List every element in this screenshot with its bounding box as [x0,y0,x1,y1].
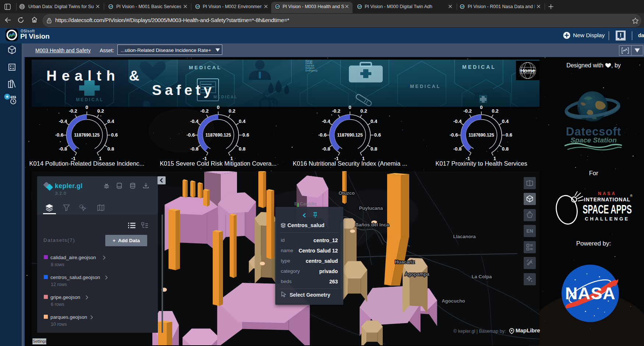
svg-text:1187690.125: 1187690.125 [337,133,363,138]
svg-text:0: 0 [85,105,88,110]
svg-text:0.8: 0.8 [371,146,377,152]
svg-text:1187690.125: 1187690.125 [468,133,494,138]
svg-text:NASA: NASA [598,191,616,196]
svg-text:Puylucana: Puylucana [359,205,383,211]
svg-text:0.6: 0.6 [243,132,249,138]
svg-text:1187690.125: 1187690.125 [74,133,100,138]
svg-text:-0.8: -0.8 [190,146,199,152]
svg-text:-0.4: -0.4 [190,119,199,124]
svg-text:0.2: 0.2 [492,108,498,114]
svg-text:-0.6: -0.6 [187,132,195,138]
svg-text:-0.4: -0.4 [453,119,462,124]
svg-text:-0.6: -0.6 [55,132,64,138]
svg-text:0.8: 0.8 [502,146,509,152]
svg-text:Health &: Health & [46,68,144,84]
svg-text:-0.4: -0.4 [59,119,67,124]
svg-text:NASA: NASA [565,283,615,303]
svg-text:-0.2: -0.2 [463,108,472,114]
svg-text:-0.2: -0.2 [200,108,209,114]
svg-text:0.6: 0.6 [111,132,118,138]
svg-text:0.2: 0.2 [360,108,367,114]
svg-text:0: 0 [348,105,351,110]
svg-text:0.8: 0.8 [239,146,245,152]
svg-text:0.4: 0.4 [371,119,378,124]
svg-text:-0.4: -0.4 [322,119,330,124]
svg-text:0: 0 [480,105,482,110]
svg-text:La Colpa: La Colpa [472,274,492,279]
svg-text:0.4: 0.4 [502,119,509,124]
svg-text:0.4: 0.4 [239,119,246,124]
svg-text:Agocucho: Agocucho [442,298,465,304]
svg-text:SPACE APPS: SPACE APPS [583,202,631,216]
svg-text:0.8: 0.8 [107,146,114,152]
svg-text:El Castillo: El Castillo [294,201,317,206]
svg-text:-0.8: -0.8 [453,146,462,152]
svg-text:0: 0 [217,105,219,110]
svg-text:Home: Home [520,68,535,74]
svg-text:-0.6: -0.6 [318,132,327,138]
svg-text:1187690.125: 1187690.125 [205,133,231,138]
svg-text:CHALLENGE: CHALLENGE [585,216,629,222]
svg-text:-0.2: -0.2 [332,108,340,114]
svg-text:-0.6: -0.6 [450,132,458,138]
svg-text:0.6: 0.6 [506,132,512,138]
svg-text:Safety: Safety [152,82,215,98]
svg-text:-0.8: -0.8 [59,146,67,152]
svg-text:INTERNATIONAL: INTERNATIONAL [584,197,630,202]
svg-text:®: ® [630,194,633,198]
svg-text:-0.8: -0.8 [322,146,330,152]
svg-text:Otuzco: Otuzco [339,190,355,196]
svg-text:-0.2: -0.2 [69,108,77,114]
svg-text:Baños del Inca: Baños del Inca [355,222,389,227]
svg-text:Huacariz: Huacariz [395,259,415,265]
svg-text:0.4: 0.4 [107,119,114,124]
svg-text:Llacanora: Llacanora [453,234,476,239]
svg-text:0.2: 0.2 [229,108,235,114]
svg-text:0.2: 0.2 [97,108,104,114]
svg-text:Agopampa: Agopampa [404,271,429,277]
svg-text:0.6: 0.6 [374,132,381,138]
